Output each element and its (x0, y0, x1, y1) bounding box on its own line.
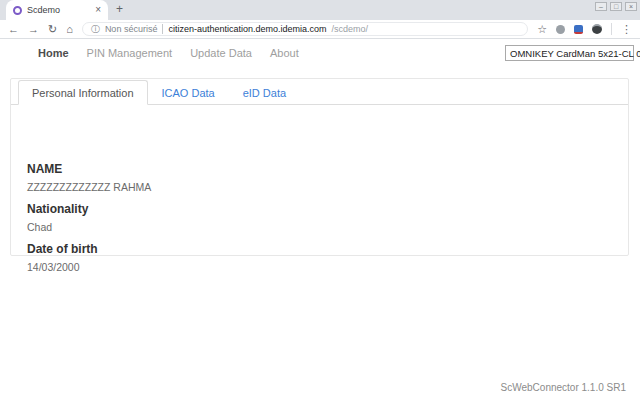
field-value-name: ZZZZZZZZZZZZZ RAHMA (27, 181, 612, 193)
back-icon[interactable]: ← (8, 24, 19, 35)
close-tab-icon[interactable]: × (95, 5, 101, 15)
field-label-nationality: Nationality (27, 202, 612, 216)
site-favicon-icon (13, 6, 22, 15)
content-panel: Personal Information ICAO Data eID Data … (10, 78, 629, 256)
reload-icon[interactable]: ↻ (48, 24, 57, 35)
browser-toolbar: ← → ↻ ⌂ ⓘ Non sécurisé citizen-authentic… (0, 20, 640, 39)
new-tab-button[interactable]: + (116, 2, 123, 16)
nav-item-about[interactable]: About (270, 47, 299, 59)
toolbar-separator (611, 23, 612, 35)
restore-button[interactable]: □ (610, 2, 622, 11)
connector-version-label: ScWebConnector 1.1.0 SR1 (501, 382, 626, 393)
home-icon[interactable]: ⌂ (66, 24, 73, 35)
minimize-button[interactable]: – (595, 2, 607, 11)
address-bar[interactable]: ⓘ Non sécurisé citizen-authentication.de… (82, 22, 528, 36)
security-status-label: Non sécurisé (105, 24, 158, 34)
extension-icon-1[interactable] (556, 25, 565, 34)
window-controls: – □ × (595, 2, 637, 11)
personal-information-fields: NAME ZZZZZZZZZZZZZ RAHMA Nationality Cha… (11, 105, 628, 273)
url-separator (162, 24, 163, 34)
nav-item-home[interactable]: Home (38, 47, 69, 59)
nav-item-update-data[interactable]: Update Data (190, 47, 252, 59)
bookmark-star-icon[interactable]: ☆ (537, 24, 547, 35)
site-navbar: Home PIN Management Update Data About OM… (0, 39, 640, 67)
field-value-nationality: Chad (27, 221, 612, 233)
tab-personal-information[interactable]: Personal Information (18, 80, 148, 105)
field-label-date-of-birth: Date of birth (27, 242, 612, 256)
nav-item-pin-management[interactable]: PIN Management (87, 47, 173, 59)
field-label-name: NAME (27, 162, 612, 176)
site-info-icon[interactable]: ⓘ (91, 25, 100, 34)
close-window-button[interactable]: × (625, 2, 637, 11)
browser-tab-title: Scdemo (27, 5, 90, 15)
card-reader-select-value: OMNIKEY CardMan 5x21-CL 0 (510, 48, 640, 59)
url-path: /scdemo/ (332, 24, 369, 34)
forward-icon[interactable]: → (28, 24, 39, 35)
url-domain: citizen-authentication.demo.idemia.com (168, 24, 326, 34)
field-value-date-of-birth: 14/03/2000 (27, 261, 612, 273)
extension-icon-2[interactable] (574, 25, 583, 34)
tab-eid-data[interactable]: eID Data (229, 80, 300, 105)
card-reader-select[interactable]: OMNIKEY CardMan 5x21-CL 0 ▾ (505, 45, 634, 61)
browser-menu-icon[interactable]: ⋮ (621, 24, 632, 35)
tab-icao-data[interactable]: ICAO Data (148, 80, 229, 105)
browser-tab[interactable]: Scdemo × (6, 0, 108, 20)
tab-bar: Personal Information ICAO Data eID Data (11, 79, 628, 105)
browser-tab-strip: Scdemo × + – □ × (0, 0, 640, 20)
extension-icon-3[interactable] (592, 24, 602, 34)
